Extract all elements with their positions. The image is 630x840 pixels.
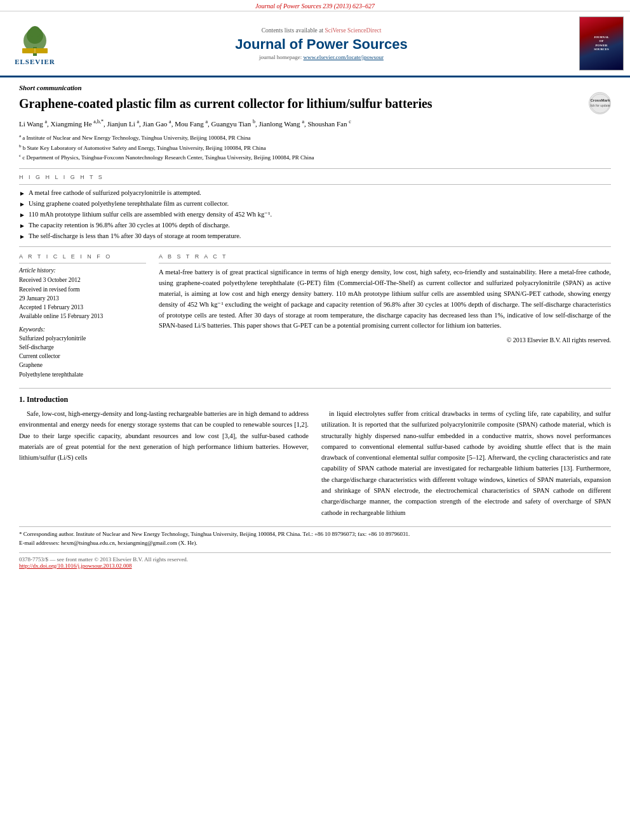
- intro-body: Safe, low-cost, high-energy-density and …: [19, 408, 611, 521]
- highlight-arrow-2: ►: [19, 200, 25, 209]
- elsevier-logo: ELSEVIER: [6, 22, 64, 65]
- divider-2: [19, 246, 611, 247]
- homepage-url[interactable]: www.elsevier.com/locate/jpowsour: [304, 54, 384, 60]
- footer: 0378-7753/$ — see front matter © 2013 El…: [19, 552, 611, 569]
- journal-title: Journal of Power Sources: [70, 36, 573, 53]
- introduction-section: 1. Introduction Safe, low-cost, high-ene…: [19, 388, 611, 521]
- highlight-item-4: ► The capacity retention is 96.8% after …: [19, 221, 611, 230]
- article-info-divider: [19, 263, 146, 263]
- keyword-5: Polyethylene terephthalate: [19, 370, 146, 379]
- journal-ref-text: Journal of Power Sources 239 (2013) 623–…: [255, 3, 375, 10]
- sciverse-link[interactable]: SciVerse ScienceDirect: [325, 27, 381, 34]
- svg-text:CrossMark: CrossMark: [590, 98, 610, 102]
- sciverse-line: Contents lists available at SciVerse Sci…: [70, 27, 573, 34]
- author-mou-fang: Mou Fang a,: [175, 120, 211, 128]
- journal-header: ELSEVIER Contents lists available at Sci…: [0, 11, 630, 77]
- main-content: Short communication CrossMark click for …: [0, 77, 630, 575]
- history-received: Received 3 October 2012: [19, 276, 146, 284]
- intro-left-col: Safe, low-cost, high-energy-density and …: [19, 408, 309, 521]
- highlight-item-1: ► A metal free cathode of sulfurized pol…: [19, 189, 611, 198]
- keyword-1: Sulfurized polyacrylonitrile: [19, 334, 146, 343]
- highlight-arrow-1: ►: [19, 189, 25, 198]
- article-info-col: A R T I C L E I N F O Article history: R…: [19, 253, 146, 379]
- keywords-label: Keywords:: [19, 326, 146, 333]
- info-abstract-section: A R T I C L E I N F O Article history: R…: [19, 253, 611, 379]
- author-li-wang: Li Wang a,: [19, 120, 51, 128]
- article-info-label: A R T I C L E I N F O: [19, 253, 146, 260]
- history-revised-label: Received in revised form: [19, 285, 146, 294]
- journal-homepage: journal homepage: www.elsevier.com/locat…: [70, 54, 573, 60]
- highlight-arrow-4: ►: [19, 222, 25, 230]
- history-online: Available online 15 February 2013: [19, 312, 146, 321]
- crossmark-icon: CrossMark click for updates: [590, 93, 610, 114]
- footnote-email: E-mail addresses: hexm@tsinghua.edu.cn, …: [19, 539, 611, 548]
- journal-reference: Journal of Power Sources 239 (2013) 623–…: [0, 0, 630, 11]
- history-label: Article history:: [19, 267, 146, 274]
- affiliation-a: a a Institute of Nuclear and New Energy …: [19, 133, 611, 142]
- doi-link[interactable]: http://dx.doi.org/10.1016/j.jpowsour.201…: [19, 563, 132, 569]
- journal-info-center: Contents lists available at SciVerse Sci…: [70, 27, 573, 60]
- article-type: Short communication: [19, 84, 611, 91]
- footnote-corresponding: * Corresponding author. Institute of Nuc…: [19, 530, 611, 539]
- affiliations: a a Institute of Nuclear and New Energy …: [19, 133, 611, 162]
- abstract-col: A B S T R A C T A metal-free battery is …: [159, 253, 611, 379]
- abstract-label: A B S T R A C T: [159, 253, 611, 260]
- keyword-4: Graphene: [19, 361, 146, 370]
- affiliation-b: b b State Key Laboratory of Automotive S…: [19, 143, 611, 152]
- highlights-label: H I G H L I G H T S: [19, 174, 611, 180]
- abstract-divider: [159, 263, 611, 263]
- author-xiangming-he: Xiangming He a,b,*,: [51, 120, 107, 128]
- highlight-item-3: ► 110 mAh prototype lithium sulfur cells…: [19, 210, 611, 220]
- journal-cover-image: JOURNALOFPOWERSOURCES: [579, 17, 624, 70]
- affiliation-c: c c Department of Physics, Tsinghua-Foxc…: [19, 152, 611, 162]
- author-jian-gao: Jian Gao a,: [143, 120, 175, 128]
- intro-left-text: Safe, low-cost, high-energy-density and …: [19, 408, 309, 463]
- highlight-arrow-3: ►: [19, 211, 25, 220]
- article-title: Graphene-coated plastic film as current …: [19, 95, 514, 112]
- crossmark-badge[interactable]: CrossMark click for updates: [589, 92, 611, 114]
- svg-point-3: [29, 26, 41, 37]
- keyword-2: Self-discharge: [19, 343, 146, 352]
- author-shoushan-fan: Shoushan Fan c: [307, 120, 351, 128]
- intro-right-text: in liquid electrolytes suffer from criti…: [321, 408, 611, 518]
- footnote-section: * Corresponding author. Institute of Nuc…: [19, 526, 611, 547]
- abstract-text: A metal-free battery is of great practic…: [159, 267, 611, 331]
- footer-doi: http://dx.doi.org/10.1016/j.jpowsour.201…: [19, 563, 611, 569]
- history-revised-date: 29 January 2013: [19, 294, 146, 303]
- history-accepted: Accepted 1 February 2013: [19, 303, 146, 312]
- divider-1: [19, 168, 611, 169]
- author-jianjun-li: Jianjun Li a,: [107, 120, 142, 128]
- elsevier-tree-icon: [16, 22, 54, 57]
- intro-title: 1. Introduction: [19, 395, 611, 404]
- footer-issn: 0378-7753/$ — see front matter © 2013 El…: [19, 556, 611, 563]
- copyright: © 2013 Elsevier B.V. All rights reserved…: [159, 337, 611, 343]
- intro-right-col: in liquid electrolytes suffer from criti…: [321, 408, 611, 521]
- highlight-item-5: ► The self-discharge is less than 1% aft…: [19, 232, 611, 241]
- svg-text:click for updates: click for updates: [590, 103, 610, 107]
- authors-line: Li Wang a, Xiangming He a,b,*, Jianjun L…: [19, 118, 611, 130]
- author-guangyu-tian: Guangyu Tian b,: [211, 120, 259, 128]
- highlight-arrow-5: ►: [19, 232, 25, 241]
- highlights-divider: [19, 184, 611, 185]
- author-jianlong-wang: Jianlong Wang a,: [258, 120, 307, 128]
- highlights-section: H I G H L I G H T S ► A metal free catho…: [19, 174, 611, 241]
- elsevier-wordmark: ELSEVIER: [15, 58, 55, 65]
- keyword-3: Current collector: [19, 352, 146, 361]
- highlight-item-2: ► Using graphene coated polyethylene ter…: [19, 199, 611, 209]
